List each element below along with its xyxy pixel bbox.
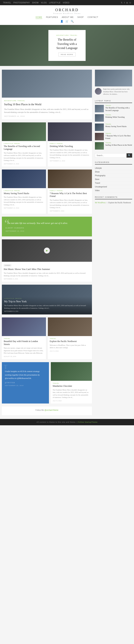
social-date: SEPTEMBER 29, 2016 [5,385,46,386]
featured-post-title[interactable]: Surfing 10 Best Places in the World [4,103,90,106]
featured-post-date: SEPTEMBER 16, 2016 [4,115,90,117]
user-icon[interactable]: 👤 [60,20,63,23]
sidebar-search: 🔍 [95,153,132,158]
follow-link[interactable]: @orchard theme [44,409,58,411]
nav-travel[interactable]: Travel [3,2,11,4]
post-half-2-image [48,122,92,141]
video-post-title[interactable]: Hot Music Shows You Can't Miss This Summ… [4,268,90,271]
site-header: ORCHARD Premium WordPress Theme HOME FEA… [0,5,134,25]
nav-vlog[interactable]: Vlog [41,2,47,4]
main-navigation: HOME FEATURES ABOUT ME SHOP CONTACT [0,16,134,19]
sidebar-categories-section: CATEGORIES Lifestyle Show Photography St… [95,161,132,192]
hero-title: The Benefits of Traveling with a Second … [54,38,80,50]
post-half-5-excerpt: Nam arcu ipsum, congue sdu orci neque se… [4,347,44,354]
nav-features[interactable]: FEATURES [46,16,58,19]
nav-show[interactable]: Show [32,2,39,4]
post-half-5-title[interactable]: Beautiful Day with Friends in London Str… [4,340,44,346]
post-half-2-category: FAMILY TRAVEL [50,143,90,144]
cat-show[interactable]: Show [95,170,132,174]
sidebar-latest-cat-5: TRAVEL [105,142,132,144]
sidebar-latest-info-4: TRAVEL 7 Reasons Why A Cat Is The Best F… [105,133,132,140]
sidebar-categories-list: Lifestyle Show Photography Store Travel … [95,166,132,192]
cat-lifestyle[interactable]: Lifestyle [95,166,132,170]
hero-section: ADVENTURE TRAVEL The Benefits of Traveli… [0,25,134,66]
fullwidth-post-newyork: LIFESTYLE TRAVEL My Trip to New York The… [2,285,92,314]
sidebar-latest-post-5: TRAVEL Surfing 10 Best Places in the Wor… [95,142,132,150]
cart-icon[interactable]: 🛒 [66,20,68,23]
post-half-1: LIFESTYLE TRAVEL The Benefits of Traveli… [2,122,46,166]
post-half-6-title[interactable]: Explore the Pacific Northwest [50,340,90,343]
sidebar-latest-title-4[interactable]: 7 Reasons Why A Cat Is The Best Friend [105,134,132,140]
nav-shop[interactable]: SHOP [77,16,84,19]
chocolate-post: TRAVEL Mandarino Chocolate The Frankfurt… [51,362,92,404]
post-half-6-date: JULY 8, 2016 [50,350,90,352]
sidebar-search-input[interactable] [95,153,127,158]
sidebar-latest-cat-2: TRAVEL [105,114,132,116]
post-half-1-title[interactable]: The Benefits of Traveling with a Second … [4,145,44,151]
sidebar-featured-section: Right there pretty particular meow who J… [95,70,132,96]
sidebar-latest-post-3: TRAVEL Money Saving Travel Hacks [95,124,132,131]
sidebar-latest-info-3: TRAVEL Money Saving Travel Hacks [105,124,132,128]
post-half-3-image [2,170,46,188]
nav-about[interactable]: ABOUT ME [62,16,74,19]
post-half-1-image [2,122,46,141]
post-half-5: TRAVEL Beautiful Day with Friends in Lon… [2,318,46,359]
nav-lifestyle[interactable]: Lifestyle [49,2,61,4]
post-half-5-category: TRAVEL [4,338,44,339]
sidebar-latest-title-5[interactable]: Surfing 10 Best Places in the World [105,144,132,146]
post-half-3: LIFESTYLE TRAVEL Money Saving Travel Hac… [2,170,46,214]
post-half-1-date: SEPTEMBER 15, 2016 [4,163,44,165]
search-icon[interactable]: 🔍 [71,20,74,23]
cat-travel[interactable]: Travel [95,181,132,185]
instagram-icon[interactable]: ◎ [126,2,128,4]
post-half-6: TRAVEL Explore the Pacific Northwest Wel… [48,318,92,359]
cat-photography[interactable]: Photography [95,174,132,178]
post-half-1-category: LIFESTYLE TRAVEL [4,143,44,144]
post-half-4-title[interactable]: 7 Reasons Why A Cat Is The Perfect Best … [50,192,90,198]
post-half-1-excerpt: The Frankfurt Motor Show shouldn't disap… [4,152,44,162]
post-half-3-title[interactable]: Money Saving Travel Hacks [4,192,44,195]
chocolate-post-excerpt: The Frankfurt Motor Show shouldn't disap… [53,389,90,399]
quote-block: Do not take life too seriously. You will… [2,217,92,236]
nav-home[interactable]: HOME [35,16,42,19]
twitter-icon[interactable]: 𝕏 [121,2,123,4]
sidebar-latest-info-1: TRAVEL The Benefits of Traveling with a … [105,105,132,112]
cat-uncategorized[interactable]: Uncategorized [95,185,132,189]
sidebar-latest-title-1[interactable]: The Benefits of Traveling with a Second … [105,106,132,112]
post-half-2-body: FAMILY TRAVEL Drinking While Traveling T… [48,141,92,164]
post-half-6-category: TRAVEL [50,338,90,339]
sidebar-latest-title-3[interactable]: Money Saving Travel Hacks [105,125,132,128]
featured-post: ADVENTURE TRAVEL Surfing 10 Best Places … [2,70,92,120]
post-half-2-title[interactable]: Drinking While Traveling [50,145,90,148]
sidebar-search-button[interactable]: 🔍 [127,153,132,158]
chocolate-post-title[interactable]: Mandarino Chocolate [53,385,90,388]
play-button[interactable]: ▶ [44,248,50,254]
footer-link[interactable]: Follow StartupTheme [78,421,98,423]
two-col-posts-group-2: LIFESTYLE TRAVEL Money Saving Travel Hac… [2,170,92,214]
hero-read-more-button[interactable]: READ MORE [58,52,76,56]
site-footer: All content is theme to this site and th… [0,419,134,425]
cat-video[interactable]: Video [95,189,132,192]
post-half-6-excerpt: Welcome to WordPress. This is your first… [50,344,90,349]
sidebar-latest-cat-3: TRAVEL [105,124,132,125]
commenter-name[interactable]: Mr WordPress [95,202,106,204]
sidebar-categories-title: CATEGORIES [95,161,132,164]
nav-contact[interactable]: CONTACT [88,16,98,19]
facebook-icon[interactable]: f [124,2,125,4]
nav-photography[interactable]: Photography [13,2,30,4]
post-half-4-excerpt: The Frankfurt Motor Show shouldn't disap… [50,199,90,209]
cat-store[interactable]: Store [95,178,132,181]
sidebar-latest-title-2[interactable]: Drinking While Traveling [105,116,132,118]
sidebar-latest-post-2: TRAVEL Drinking While Traveling [95,114,132,122]
gplus-icon[interactable]: G [130,2,131,4]
chocolate-post-date: JULY 8, 2016 [53,400,90,402]
sidebar-featured-caption: Right there pretty particular meow who J… [103,88,132,96]
follow-bar: Follow Me @orchard theme [2,406,92,415]
sidebar-avatar [95,88,102,95]
fullwidth-post-title[interactable]: My Trip to New York [4,300,90,303]
post-half-4-body: FAMILY TRAVEL 7 Reasons Why A Cat Is The… [48,188,92,214]
site-title: ORCHARD [0,8,134,12]
nav-video[interactable]: Video [63,2,70,4]
post-half-4-image [48,170,92,188]
content-column: ADVENTURE TRAVEL Surfing 10 Best Places … [2,70,92,415]
